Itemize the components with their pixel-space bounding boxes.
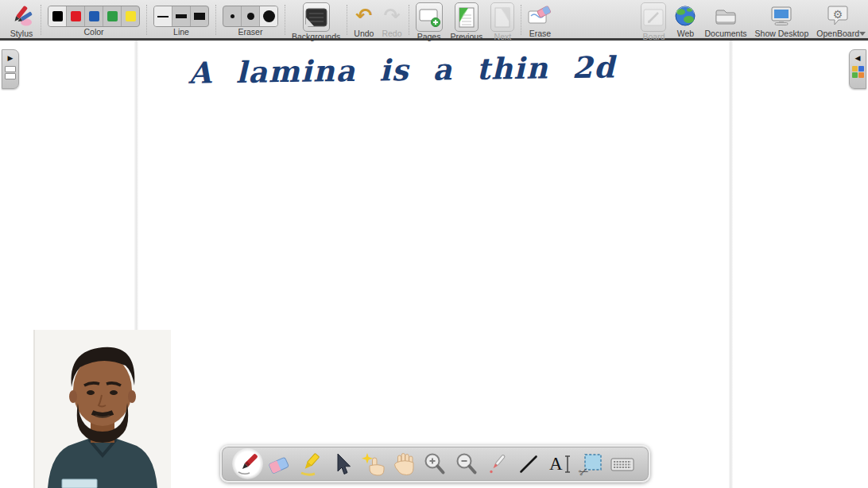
color-swatch-blue[interactable] [85,6,103,26]
documents-button[interactable]: Documents [700,2,750,39]
zoom-in-tool[interactable] [420,449,450,478]
eraser-large-option[interactable] [260,6,277,26]
stylus-button[interactable]: Stylus [5,2,38,39]
page-thumbnails-icon [5,66,16,79]
toolbar-separator [347,5,347,35]
toolbar-separator [285,5,285,35]
palm-hand-icon [391,451,417,477]
pages-button[interactable]: Pages [412,2,447,42]
line-icon [516,451,541,477]
hand-tool[interactable] [389,449,419,478]
zoom-in-icon [422,451,448,477]
board-mode-icon [641,2,666,32]
board-mode-label: Board [642,32,665,41]
highlighter-icon [297,451,323,477]
eraser-icon [266,451,292,477]
color-swatch-black[interactable] [48,6,67,26]
eraser-size-options [223,6,278,27]
capture-tool[interactable]: ✂ [577,449,606,478]
erase-page-button[interactable]: Erase [524,2,556,39]
openboard-menu-label: OpenBoard [816,29,859,38]
show-desktop-label: Show Desktop [755,29,809,38]
line-thin-option[interactable] [154,6,172,26]
next-page-icon [490,2,514,32]
stylus-label: Stylus [10,29,33,38]
presenter-webcam-overlay [33,330,171,488]
openboard-settings-icon: ⚙ [826,2,850,29]
pen-icon [235,451,261,477]
yellow-swatch-icon [126,11,136,21]
page-right-edge [729,41,733,488]
red-swatch-icon [71,11,81,21]
eraser-tool[interactable] [264,449,293,478]
interact-tool[interactable] [358,449,387,478]
text-icon: A [549,455,572,474]
toolbar-separator [409,5,409,35]
next-page-button[interactable]: Next [486,2,518,42]
erase-page-icon [528,2,552,29]
previous-page-button[interactable]: Previous [447,2,487,42]
toolbar-separator [41,5,41,35]
top-toolbar: Stylus Color Line Eraser [0,0,868,41]
expand-right-arrow-icon: ▶ [8,55,14,62]
virtual-keyboard-tool[interactable] [608,449,637,478]
toolbar-separator [215,5,216,35]
stylus-toolbar: A ✂ [220,445,650,482]
show-desktop-monitor-icon [769,2,793,29]
color-swatch-yellow[interactable] [122,6,139,26]
backgrounds-icon [303,2,330,32]
presenter-portrait [33,330,171,488]
documents-label: Documents [704,29,746,38]
undo-icon: ↶ [355,2,372,29]
laser-pointer-tool[interactable] [483,449,513,478]
line-medium-option[interactable] [172,6,191,26]
redo-label: Redo [382,29,401,38]
right-panel-tab[interactable]: ◀ [849,49,866,89]
line-width-options [153,6,209,27]
color-swatch-red[interactable] [67,6,85,26]
line-tool[interactable] [514,449,544,478]
previous-page-icon [455,2,479,32]
toolbar-separator [146,5,147,35]
pen-tool[interactable] [233,449,262,478]
library-icon [852,66,864,78]
blue-swatch-icon [89,11,99,21]
left-panel-tab[interactable]: ▶ [2,49,19,89]
pages-label: Pages [417,32,441,41]
backgrounds-button[interactable]: Backgrounds [288,2,344,42]
web-globe-icon [674,2,696,29]
gear-icon: ⚙ [833,7,843,20]
toolbar-separator [521,5,521,35]
capture-icon: ✂ [578,451,605,478]
black-swatch-icon [52,11,63,21]
text-tool[interactable]: A [545,449,575,478]
web-mode-label: Web [677,29,694,38]
toolbar-overflow-caret-icon[interactable] [859,32,866,36]
eraser-medium-option[interactable] [242,6,260,26]
web-mode-button[interactable]: Web [670,2,700,39]
zoom-out-icon [454,451,479,477]
laser-pointer-icon [485,451,510,477]
eraser-small-option[interactable] [223,6,242,26]
thick-line-icon [194,13,205,20]
undo-button[interactable]: ↶ Undo [350,2,378,39]
board-mode-button[interactable]: Board [637,2,670,42]
color-swatch-green[interactable] [103,6,122,26]
show-desktop-button[interactable]: Show Desktop [751,2,813,39]
openboard-menu-button[interactable]: ⚙ OpenBoard [812,2,863,39]
selector-tool[interactable] [327,449,356,478]
large-dot-icon [263,10,275,22]
magic-finger-icon [360,451,386,477]
line-thick-option[interactable] [191,6,208,26]
line-label: Line [173,27,189,37]
zoom-out-tool[interactable] [451,449,481,478]
backgrounds-label: Backgrounds [292,32,340,41]
cursor-arrow-icon [328,451,354,477]
highlighter-tool[interactable] [296,449,325,478]
pages-icon [416,2,443,32]
color-label: Color [83,27,103,37]
eraser-group: Eraser [219,2,282,37]
color-group: Color [44,2,144,37]
redo-button[interactable]: ↷ Redo [378,2,405,39]
stylus-icon [9,2,34,29]
